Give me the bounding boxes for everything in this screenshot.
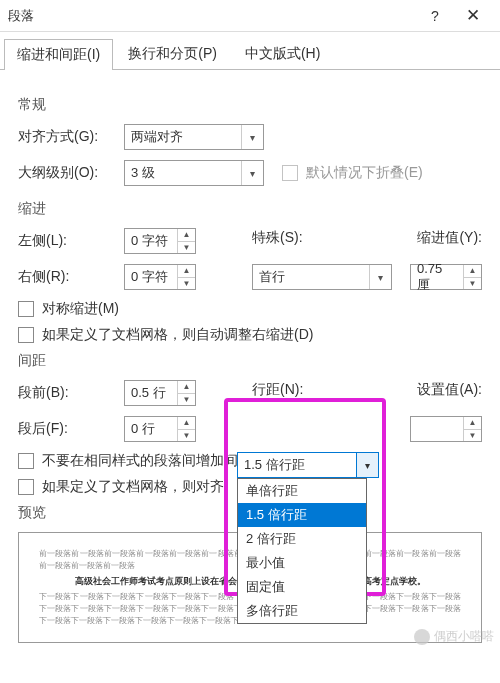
linespace-option-1-5[interactable]: 1.5 倍行距 — [238, 503, 366, 527]
nosame-label: 不要在相同样式的段落间增加间距 — [42, 452, 252, 470]
space-after-label: 段后(F): — [18, 420, 116, 438]
space-before-label: 段前(B): — [18, 384, 116, 402]
right-indent-spinner[interactable]: 0 字符 ▲▼ — [124, 264, 196, 290]
checkbox-icon — [282, 165, 298, 181]
spinner-up-icon[interactable]: ▲ — [178, 265, 195, 278]
linespace-option-multiple[interactable]: 多倍行距 — [238, 599, 366, 623]
title-bar: 段落 ? ✕ — [0, 0, 500, 32]
linespace-option-double[interactable]: 2 倍行距 — [238, 527, 366, 551]
left-indent-spinner[interactable]: 0 字符 ▲▼ — [124, 228, 196, 254]
chevron-down-icon: ▾ — [241, 161, 263, 185]
collapse-label: 默认情况下折叠(E) — [306, 164, 423, 182]
window-title: 段落 — [8, 7, 416, 25]
special-value: 首行 — [253, 268, 369, 286]
section-indent: 缩进 — [18, 200, 482, 218]
alignment-value: 两端对齐 — [125, 128, 241, 146]
linespace-value: 1.5 倍行距 — [238, 456, 356, 474]
spinner-down-icon[interactable]: ▼ — [178, 430, 195, 442]
checkbox-icon — [18, 453, 34, 469]
autogrid-label: 如果定义了文档网格，则对齐 — [42, 478, 224, 496]
space-before-spinner[interactable]: 0.5 行 ▲▼ — [124, 380, 196, 406]
left-indent-label: 左侧(L): — [18, 232, 116, 250]
tab-strip: 缩进和间距(I) 换行和分页(P) 中文版式(H) — [0, 32, 500, 70]
alignment-combo[interactable]: 两端对齐 ▾ — [124, 124, 264, 150]
linespace-option-single[interactable]: 单倍行距 — [238, 479, 366, 503]
indentval-label: 缩进值(Y): — [417, 229, 482, 247]
right-indent-label: 右侧(R): — [18, 268, 116, 286]
spinner-up-icon[interactable]: ▲ — [464, 417, 481, 430]
linespace-combo[interactable]: 1.5 倍行距 ▾ — [237, 452, 379, 478]
space-after-spinner[interactable]: 0 行 ▲▼ — [124, 416, 196, 442]
checkbox-icon — [18, 301, 34, 317]
auto-adjust-indent-checkbox[interactable]: 如果定义了文档网格，则自动调整右缩进(D) — [18, 326, 482, 344]
outline-label: 大纲级别(O): — [18, 164, 116, 182]
spinner-up-icon[interactable]: ▲ — [178, 229, 195, 242]
spinner-down-icon[interactable]: ▼ — [464, 430, 481, 442]
linespace-option-atleast[interactable]: 最小值 — [238, 551, 366, 575]
indentval-value: 0.75 厘 — [411, 261, 463, 294]
mirror-label: 对称缩进(M) — [42, 300, 119, 318]
checkbox-icon — [18, 327, 34, 343]
outline-value: 3 级 — [125, 164, 241, 182]
watermark-avatar-icon — [414, 629, 430, 645]
section-general: 常规 — [18, 96, 482, 114]
space-after-value: 0 行 — [125, 420, 177, 438]
tab-line-page-breaks[interactable]: 换行和分页(P) — [115, 38, 230, 69]
mirror-indent-checkbox[interactable]: 对称缩进(M) — [18, 300, 482, 318]
alignment-label: 对齐方式(G): — [18, 128, 116, 146]
linespace-dropdown-list: 单倍行距 1.5 倍行距 2 倍行距 最小值 固定值 多倍行距 — [237, 478, 367, 624]
special-combo[interactable]: 首行 ▾ — [252, 264, 392, 290]
linespace-option-exactly[interactable]: 固定值 — [238, 575, 366, 599]
spinner-down-icon[interactable]: ▼ — [178, 394, 195, 406]
outline-combo[interactable]: 3 级 ▾ — [124, 160, 264, 186]
section-spacing: 间距 — [18, 352, 482, 370]
checkbox-icon — [18, 479, 34, 495]
spinner-down-icon[interactable]: ▼ — [178, 278, 195, 290]
spinner-down-icon[interactable]: ▼ — [464, 278, 481, 290]
spinner-down-icon[interactable]: ▼ — [178, 242, 195, 254]
indentval-spinner[interactable]: 0.75 厘 ▲▼ — [410, 264, 482, 290]
tab-asian-typography[interactable]: 中文版式(H) — [232, 38, 333, 69]
close-button[interactable]: ✕ — [454, 4, 492, 28]
help-button[interactable]: ? — [416, 4, 454, 28]
setval-spinner[interactable]: ▲▼ — [410, 416, 482, 442]
chevron-down-icon: ▾ — [369, 265, 391, 289]
watermark: 偶西小嗒嗒 — [414, 628, 494, 645]
tab-indent-spacing[interactable]: 缩进和间距(I) — [4, 39, 113, 70]
left-indent-value: 0 字符 — [125, 232, 177, 250]
chevron-down-icon: ▾ — [356, 453, 378, 477]
space-before-value: 0.5 行 — [125, 384, 177, 402]
watermark-text: 偶西小嗒嗒 — [434, 628, 494, 645]
setval-label: 设置值(A): — [417, 381, 482, 399]
collapse-default[interactable]: 默认情况下折叠(E) — [282, 164, 423, 182]
right-indent-value: 0 字符 — [125, 268, 177, 286]
linespace-label: 行距(N): — [252, 381, 303, 399]
special-label: 特殊(S): — [252, 229, 303, 247]
spinner-up-icon[interactable]: ▲ — [178, 417, 195, 430]
spinner-up-icon[interactable]: ▲ — [464, 265, 481, 278]
autoind-label: 如果定义了文档网格，则自动调整右缩进(D) — [42, 326, 313, 344]
chevron-down-icon: ▾ — [241, 125, 263, 149]
spinner-up-icon[interactable]: ▲ — [178, 381, 195, 394]
